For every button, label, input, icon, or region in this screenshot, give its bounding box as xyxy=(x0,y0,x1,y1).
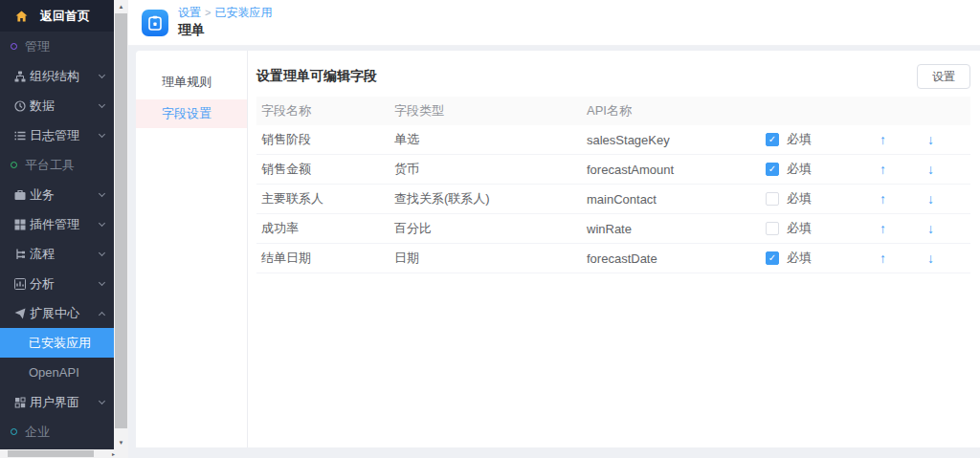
chevron-down-icon xyxy=(99,220,105,227)
required-cell: ✓必填 xyxy=(761,131,861,148)
tab-field-settings[interactable]: 字段设置 xyxy=(136,99,247,128)
sidebar-item-label: 插件管理 xyxy=(30,216,100,233)
sidebar-item-workflow[interactable]: 流程 xyxy=(0,239,114,269)
breadcrumb-separator: > xyxy=(205,7,211,18)
required-checkbox[interactable]: ✓ xyxy=(766,163,779,176)
required-checkbox[interactable] xyxy=(766,192,779,206)
scroll-up-arrow-icon[interactable]: ▲ xyxy=(114,0,128,13)
sidebar-item-label: 流程 xyxy=(30,246,100,263)
clock-icon xyxy=(14,100,26,112)
move-up-button[interactable]: ↑ xyxy=(880,191,886,207)
section-title: 设置理单可编辑字段 xyxy=(256,68,377,85)
sidebar-item-label: 数据 xyxy=(30,98,100,115)
field-type-cell: 单选 xyxy=(390,131,582,148)
vertical-scrollbar-thumb[interactable] xyxy=(115,13,127,428)
sidebar-item-data[interactable]: 数据 xyxy=(0,91,114,120)
chevron-down-icon xyxy=(99,250,105,256)
log-icon xyxy=(14,130,26,142)
required-checkbox[interactable]: ✓ xyxy=(766,133,779,146)
field-name-cell: 销售金额 xyxy=(256,161,390,178)
required-cell: 必填 xyxy=(761,220,861,237)
vertical-scrollbar[interactable]: ▲ ▼ xyxy=(114,0,128,449)
move-down-button[interactable]: ↓ xyxy=(927,221,934,236)
chevron-down-icon xyxy=(99,101,105,108)
page-title: 理单 xyxy=(178,22,272,39)
field-name-cell: 结单日期 xyxy=(256,250,390,267)
table-body: 销售阶段单选salesStageKey✓必填↑↓销售金额货币forecastAm… xyxy=(256,125,970,273)
sidebar-item-user-interface[interactable]: 用户界面 xyxy=(0,387,114,417)
app-icon xyxy=(142,10,168,36)
org-icon xyxy=(14,71,26,82)
chevron-up-icon xyxy=(99,311,105,317)
app-window: 返回首页 管理组织结构数据日志管理平台工具业务插件管理流程分析扩展中心已安装应用… xyxy=(0,0,980,458)
field-type-cell: 货币 xyxy=(390,161,582,178)
sidebar-group-label: 企业 xyxy=(25,424,50,441)
settings-button[interactable]: 设置 xyxy=(917,64,970,89)
sidebar-item-org-structure[interactable]: 组织结构 xyxy=(0,61,114,91)
move-up-button[interactable]: ↑ xyxy=(880,221,886,236)
table-row: 主要联系人查找关系(联系人)mainContact必填↑↓ xyxy=(256,185,970,214)
sidebar-group-enterprise[interactable]: 企业 xyxy=(0,417,114,447)
chevron-down-icon xyxy=(99,398,105,404)
content-card: 理单规则 字段设置 设置理单可编辑字段 设置 字段名称 字段类型 API名称 销… xyxy=(136,51,980,447)
field-type-cell: 百分比 xyxy=(390,220,582,237)
sidebar-item-back-home[interactable]: 返回首页 xyxy=(0,0,114,32)
required-label: 必填 xyxy=(787,161,812,178)
sidebar-item-log-management[interactable]: 日志管理 xyxy=(0,120,114,150)
sidebar-subitem-openapi[interactable]: OpenAPI xyxy=(0,358,114,387)
sidebar-item-plugin-management[interactable]: 插件管理 xyxy=(0,209,114,239)
sidebar-item-business[interactable]: 业务 xyxy=(0,180,114,209)
sidebar-group-platform-tools[interactable]: 平台工具 xyxy=(0,150,114,180)
scroll-right-arrow-icon[interactable]: ▸ xyxy=(112,449,115,458)
move-down-button[interactable]: ↓ xyxy=(927,251,934,266)
required-checkbox[interactable]: ✓ xyxy=(766,251,779,265)
move-down-button[interactable]: ↓ xyxy=(927,191,934,207)
circle-icon xyxy=(11,162,17,168)
chevron-down-icon xyxy=(99,190,105,197)
scroll-down-arrow-icon[interactable]: ▼ xyxy=(114,436,128,449)
breadcrumb-link-installed-apps[interactable]: 已安装应用 xyxy=(214,6,272,19)
move-up-button[interactable]: ↑ xyxy=(880,162,886,177)
table-row: 结单日期日期forecastDate✓必填↑↓ xyxy=(256,244,970,273)
sidebar-item-label: 日志管理 xyxy=(30,127,100,144)
sidebar-item-analytics[interactable]: 分析 xyxy=(0,269,114,298)
field-name-cell: 成功率 xyxy=(256,220,390,237)
move-up-cell: ↑ xyxy=(861,162,904,177)
section-header: 设置理单可编辑字段 设置 xyxy=(256,64,970,89)
horizontal-scrollbar-thumb[interactable] xyxy=(8,450,94,457)
sidebar-group-management[interactable]: 管理 xyxy=(0,32,114,61)
field-type-cell: 查找关系(联系人) xyxy=(390,190,582,207)
move-down-cell: ↓ xyxy=(904,132,957,147)
field-type-cell: 日期 xyxy=(390,250,582,267)
field-name-cell: 主要联系人 xyxy=(256,190,390,207)
sidebar-group-label: 管理 xyxy=(25,38,50,55)
move-up-button[interactable]: ↑ xyxy=(880,132,886,147)
required-label: 必填 xyxy=(787,131,812,148)
table-row: 销售金额货币forecastAmount✓必填↑↓ xyxy=(256,155,970,185)
chevron-down-icon xyxy=(99,72,105,78)
home-icon xyxy=(15,11,28,22)
sidebar-subitem-installed-apps[interactable]: 已安装应用 xyxy=(0,328,114,358)
breadcrumb-link-settings[interactable]: 设置 xyxy=(178,6,201,19)
header: 设置>已安装应用 理单 xyxy=(128,0,980,46)
sidebar-item-label: 业务 xyxy=(30,186,100,204)
required-checkbox[interactable] xyxy=(766,222,779,235)
required-label: 必填 xyxy=(787,190,812,207)
move-down-button[interactable]: ↓ xyxy=(927,132,934,147)
tab-order-rules[interactable]: 理单规则 xyxy=(136,68,247,97)
clipboard-icon xyxy=(148,15,162,31)
sidebar-item-extension-center[interactable]: 扩展中心 xyxy=(0,298,114,328)
fields-table: 字段名称 字段类型 API名称 销售阶段单选salesStageKey✓必填↑↓… xyxy=(256,97,970,273)
move-up-button[interactable]: ↑ xyxy=(880,251,886,266)
column-header-field-name: 字段名称 xyxy=(256,102,390,120)
api-name-cell: winRate xyxy=(582,222,761,236)
breadcrumb: 设置>已安装应用 xyxy=(178,6,272,19)
horizontal-scrollbar[interactable]: ▸ xyxy=(0,449,128,458)
chevron-down-icon xyxy=(99,131,105,138)
move-down-button[interactable]: ↓ xyxy=(927,162,934,177)
column-header-field-type: 字段类型 xyxy=(390,102,582,120)
back-home-label: 返回首页 xyxy=(40,8,90,25)
field-name-cell: 销售阶段 xyxy=(256,131,390,148)
move-up-cell: ↑ xyxy=(861,221,904,236)
required-label: 必填 xyxy=(787,250,812,267)
